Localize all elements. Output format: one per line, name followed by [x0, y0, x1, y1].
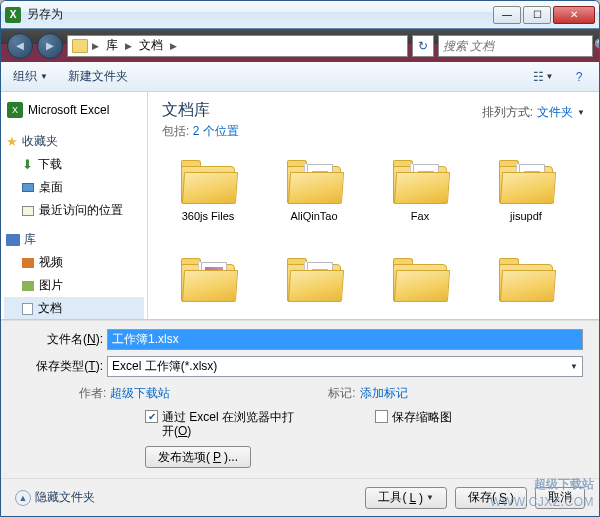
- folder-icon: [285, 256, 343, 302]
- library-subtitle: 包括: 2 个位置: [162, 123, 239, 140]
- checkbox-icon[interactable]: ✔: [145, 410, 158, 423]
- star-icon: ★: [6, 134, 18, 149]
- folder-item[interactable]: [158, 252, 258, 319]
- open-in-browser-label: 通过 Excel 在浏览器中打开(O): [162, 410, 295, 438]
- folder-item[interactable]: [476, 252, 576, 319]
- excel-icon: X: [7, 102, 23, 118]
- crumb-documents[interactable]: 文档: [136, 37, 166, 54]
- library-title: 文档库: [162, 100, 239, 121]
- filename-input[interactable]: [107, 329, 583, 350]
- folder-item[interactable]: [370, 252, 470, 319]
- organize-label: 组织: [13, 68, 37, 85]
- folder-icon: [285, 158, 343, 204]
- save-as-dialog: X 另存为 — ☐ ✕ ◄ ► ▶ 库 ▶ 文档 ▶ ↻ 🔍 组织 ▼: [0, 0, 600, 517]
- search-box[interactable]: 🔍: [438, 35, 593, 57]
- search-input[interactable]: [443, 39, 594, 53]
- arrange-label: 排列方式:: [482, 104, 533, 121]
- sidebar-item-recent[interactable]: 最近访问的位置: [4, 199, 144, 222]
- folder-label: AliQinTao: [290, 210, 337, 222]
- savetype-value: Excel 工作簿(*.xlsx): [112, 358, 217, 375]
- arrange-by[interactable]: 排列方式: 文件夹 ▼: [482, 100, 585, 121]
- cancel-button[interactable]: 取消: [535, 487, 585, 509]
- libraries-label: 库: [24, 231, 36, 248]
- forward-button[interactable]: ►: [37, 33, 63, 59]
- maximize-button[interactable]: ☐: [523, 6, 551, 24]
- sidebar-favorites[interactable]: ★ 收藏夹: [4, 130, 144, 153]
- close-button[interactable]: ✕: [553, 6, 595, 24]
- minimize-button[interactable]: —: [493, 6, 521, 24]
- chevron-right-icon[interactable]: ▶: [123, 41, 134, 51]
- app-name-label: Microsoft Excel: [28, 103, 109, 117]
- crumb-libraries[interactable]: 库: [103, 37, 121, 54]
- chevron-down-icon: ▼: [40, 72, 48, 81]
- window-controls: — ☐ ✕: [493, 6, 595, 24]
- chevron-right-icon[interactable]: ▶: [168, 41, 179, 51]
- folder-item[interactable]: [264, 252, 364, 319]
- back-button[interactable]: ◄: [7, 33, 33, 59]
- nav-bar: ◄ ► ▶ 库 ▶ 文档 ▶ ↻ 🔍: [1, 29, 599, 62]
- tags-field[interactable]: 标记: 添加标记: [328, 385, 407, 402]
- publish-options-button[interactable]: 发布选项(P)...: [145, 446, 251, 468]
- sidebar-item-desktop[interactable]: 桌面: [4, 176, 144, 199]
- author-value: 超级下载站: [110, 385, 170, 402]
- sidebar-item-downloads[interactable]: ⬇ 下载: [4, 153, 144, 176]
- folder-icon: [179, 256, 237, 302]
- folder-icon: [391, 256, 449, 302]
- folder-icon: [391, 158, 449, 204]
- download-icon: ⬇: [22, 157, 33, 172]
- window-title: 另存为: [27, 6, 493, 23]
- folder-icon: [72, 39, 88, 53]
- search-icon[interactable]: 🔍: [594, 38, 600, 53]
- titlebar[interactable]: X 另存为 — ☐ ✕: [1, 1, 599, 29]
- document-icon: [22, 303, 33, 315]
- folder-item[interactable]: Fax: [370, 154, 470, 248]
- sidebar-item-pictures[interactable]: 图片: [4, 274, 144, 297]
- breadcrumb[interactable]: ▶ 库 ▶ 文档 ▶: [67, 35, 408, 57]
- file-grid[interactable]: 360js Files AliQinTao Fax jisupdf: [148, 146, 599, 319]
- body-area: X Microsoft Excel ★ 收藏夹 ⬇ 下载 桌面 最: [1, 92, 599, 320]
- pictures-icon: [22, 281, 34, 291]
- chevron-right-icon[interactable]: ▶: [90, 41, 101, 51]
- save-button[interactable]: 保存(S): [455, 487, 527, 509]
- sidebar-item-video[interactable]: 视频: [4, 251, 144, 274]
- folder-icon: [497, 158, 555, 204]
- savetype-label: 保存类型(T):: [17, 358, 103, 375]
- chevron-down-icon: ▼: [426, 493, 434, 502]
- chevron-up-icon: ▲: [15, 490, 31, 506]
- tools-button[interactable]: 工具(L) ▼: [365, 487, 447, 509]
- locations-link[interactable]: 2 个位置: [193, 124, 239, 138]
- author-label: 作者:: [79, 385, 106, 402]
- sidebar: X Microsoft Excel ★ 收藏夹 ⬇ 下载 桌面 最: [1, 92, 148, 319]
- folder-label: jisupdf: [510, 210, 542, 222]
- desktop-icon: [22, 183, 34, 192]
- filename-label: 文件名(N):: [17, 331, 103, 348]
- organize-button[interactable]: 组织 ▼: [9, 66, 52, 87]
- open-in-browser-checkbox[interactable]: ✔ 通过 Excel 在浏览器中打开(O): [145, 410, 295, 438]
- chevron-down-icon: ▼: [577, 108, 585, 117]
- folder-item[interactable]: 360js Files: [158, 154, 258, 248]
- folder-item[interactable]: AliQinTao: [264, 154, 364, 248]
- view-options-button[interactable]: ☷▼: [531, 66, 555, 88]
- savetype-select[interactable]: Excel 工作簿(*.xlsx) ▼: [107, 356, 583, 377]
- content-pane: 文档库 包括: 2 个位置 排列方式: 文件夹 ▼ 360js Files: [148, 92, 599, 319]
- save-thumbnail-label: 保存缩略图: [392, 410, 452, 424]
- new-folder-button[interactable]: 新建文件夹: [64, 66, 132, 87]
- sidebar-item-documents[interactable]: 文档: [4, 297, 144, 319]
- author-field[interactable]: 作者: 超级下载站: [79, 385, 170, 402]
- refresh-button[interactable]: ↻: [412, 35, 434, 57]
- chevron-down-icon: ▼: [570, 362, 578, 371]
- sidebar-libraries[interactable]: 库: [4, 228, 144, 251]
- excel-app-icon: X: [5, 7, 21, 23]
- favorites-label: 收藏夹: [22, 133, 58, 150]
- save-thumbnail-checkbox[interactable]: 保存缩略图: [375, 410, 452, 438]
- help-button[interactable]: ?: [567, 66, 591, 88]
- footer: ▲ 隐藏文件夹 工具(L) ▼ 保存(S) 取消: [1, 478, 599, 516]
- checkbox-icon[interactable]: [375, 410, 388, 423]
- folder-item[interactable]: jisupdf: [476, 154, 576, 248]
- library-icon: [6, 234, 20, 246]
- recent-icon: [22, 206, 34, 216]
- hide-folders-toggle[interactable]: ▲ 隐藏文件夹: [15, 489, 95, 506]
- sidebar-item-app[interactable]: X Microsoft Excel: [4, 98, 144, 122]
- tags-value: 添加标记: [360, 385, 408, 402]
- arrange-value[interactable]: 文件夹: [537, 104, 573, 121]
